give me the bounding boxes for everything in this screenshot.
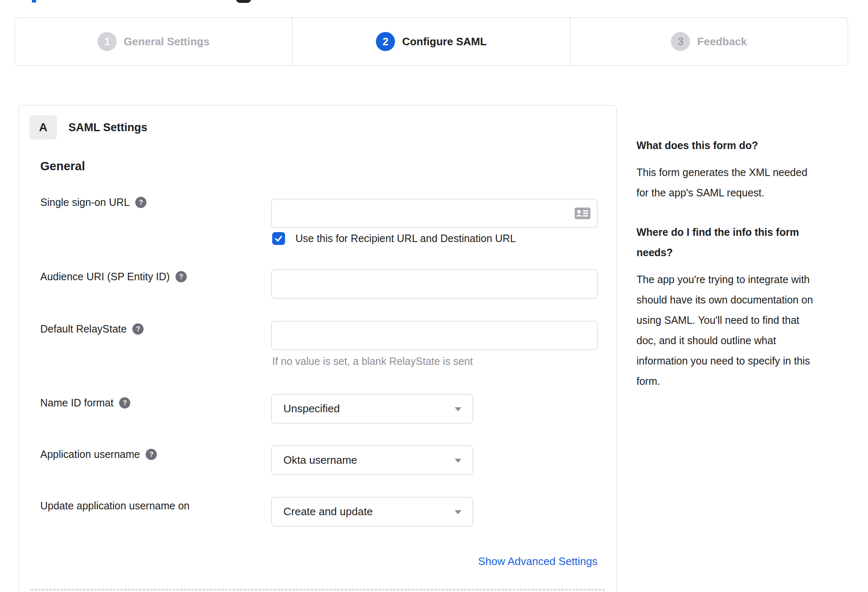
help-heading-what: What does this form do?	[636, 135, 831, 156]
saml-settings-panel: A SAML Settings General Single sign-on U…	[19, 105, 617, 592]
audience-uri-input[interactable]	[271, 269, 597, 298]
section-a-badge: A	[29, 115, 57, 139]
update-username-value: Create and update	[283, 505, 373, 518]
step-number-badge: 1	[98, 32, 117, 51]
wizard-stepper: 1 General Settings 2 Configure SAML 3 Fe…	[15, 17, 848, 66]
cutoff-app-logo-fragment	[236, 0, 251, 3]
nameid-format-select[interactable]: Unspecified	[271, 394, 473, 423]
section-dashed-divider	[31, 589, 605, 590]
help-icon[interactable]: ?	[132, 323, 144, 335]
contact-card-icon[interactable]	[575, 208, 590, 219]
step-number-badge: 3	[671, 32, 690, 51]
app-username-label-row: Application username ?	[40, 448, 157, 460]
step-label: Configure SAML	[402, 35, 487, 48]
help-icon[interactable]: ?	[135, 197, 146, 208]
cutoff-blue-fragment	[32, 0, 36, 2]
recipient-url-checkbox[interactable]	[272, 232, 285, 245]
app-username-label: Application username	[40, 448, 140, 460]
checkmark-icon	[274, 234, 283, 243]
step-number-badge: 2	[376, 32, 395, 51]
step-general-settings[interactable]: 1 General Settings	[15, 18, 292, 65]
chevron-down-icon	[455, 459, 461, 463]
chevron-down-icon	[455, 510, 461, 514]
help-icon[interactable]: ?	[119, 397, 130, 409]
chevron-down-icon	[455, 407, 461, 411]
relaystate-label: Default RelayState	[40, 323, 127, 335]
help-heading-where: Where do I find the info this form needs…	[636, 222, 831, 263]
sso-url-input[interactable]	[271, 199, 597, 228]
panel-title: SAML Settings	[68, 121, 147, 134]
update-username-select[interactable]: Create and update	[271, 497, 473, 526]
audience-uri-label-row: Audience URI (SP Entity ID) ?	[40, 271, 187, 283]
nameid-format-label-row: Name ID format ?	[40, 397, 130, 409]
relaystate-input[interactable]	[271, 321, 597, 350]
general-section-heading: General	[40, 159, 85, 173]
sso-url-label: Single sign-on URL	[40, 196, 129, 208]
app-username-value: Okta username	[283, 454, 357, 467]
update-username-label-row: Update application username on	[40, 500, 190, 512]
nameid-format-value: Unspecified	[283, 402, 340, 415]
step-label: General Settings	[124, 35, 210, 48]
step-label: Feedback	[697, 35, 747, 48]
help-icon[interactable]: ?	[146, 449, 157, 460]
app-username-select[interactable]: Okta username	[271, 445, 473, 475]
step-configure-saml[interactable]: 2 Configure SAML	[292, 18, 570, 65]
step-feedback[interactable]: 3 Feedback	[570, 18, 848, 65]
help-paragraph-where: The app you're trying to integrate with …	[636, 269, 831, 391]
recipient-url-checkbox-row: Use this for Recipient URL and Destinati…	[272, 232, 516, 245]
help-icon[interactable]: ?	[176, 271, 187, 282]
relaystate-label-row: Default RelayState ?	[40, 323, 144, 335]
sso-url-label-row: Single sign-on URL ?	[40, 196, 146, 208]
audience-uri-label: Audience URI (SP Entity ID)	[40, 271, 170, 283]
help-paragraph-what: This form generates the XML needed for t…	[636, 162, 831, 203]
sso-url-input-wrap	[271, 199, 597, 228]
update-username-label: Update application username on	[40, 500, 190, 512]
show-advanced-settings-link[interactable]: Show Advanced Settings	[271, 555, 597, 568]
relaystate-hint: If no value is set, a blank RelayState i…	[272, 355, 473, 367]
nameid-format-label: Name ID format	[40, 397, 113, 409]
help-sidebar: What does this form do? This form genera…	[636, 135, 831, 391]
recipient-url-checkbox-label: Use this for Recipient URL and Destinati…	[295, 232, 516, 245]
